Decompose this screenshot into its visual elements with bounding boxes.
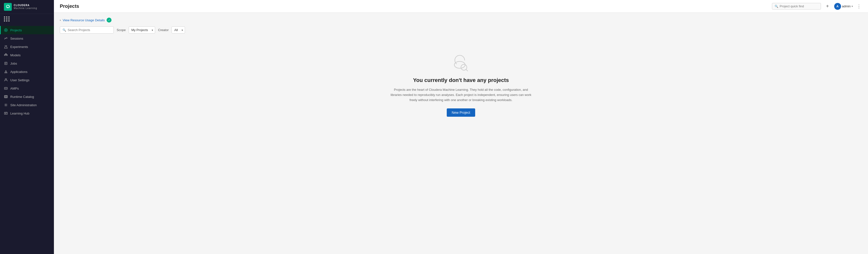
header-right: 🔍 + A admin ▾ ⋮ [772, 3, 862, 10]
project-search-input[interactable] [68, 28, 111, 32]
sidebar-item-projects-label: Projects [10, 28, 22, 32]
svg-rect-6 [5, 53, 6, 55]
svg-marker-13 [5, 70, 7, 73]
header-search-box[interactable]: 🔍 [772, 3, 821, 9]
user-chevron-icon: ▾ [851, 5, 853, 8]
svg-point-2 [5, 30, 7, 31]
filters-bar: 🔍 Scope My Projects All Projects Creator… [60, 27, 862, 34]
kebab-menu-button[interactable]: ⋮ [856, 3, 862, 10]
sidebar-item-learning-hub[interactable]: Learning Hub [0, 109, 54, 117]
sidebar-item-site-administration[interactable]: Site Administration [0, 101, 54, 109]
project-search-icon: 🔍 [62, 28, 66, 32]
sidebar-item-sessions[interactable]: Sessions [0, 34, 54, 43]
user-avatar: A [834, 3, 841, 10]
svg-point-0 [7, 7, 8, 8]
sidebar-item-amps-label: AMPs [10, 86, 19, 90]
empty-state-description: Projects are the heart of Cloudera Machi… [390, 87, 532, 103]
empty-state-icon [451, 54, 471, 72]
sidebar-item-models-label: Models [10, 53, 21, 57]
sidebar-item-experiments-label: Experiments [10, 45, 28, 49]
main-content: › View Resource Usage Details ✓ 🔍 Scope … [54, 13, 868, 254]
sidebar-item-jobs-label: Jobs [10, 62, 17, 65]
logo-text: CLOUDERA Machine Learning [14, 4, 37, 10]
empty-state: You currently don't have any projects Pr… [60, 39, 862, 132]
user-label: admin [842, 4, 850, 8]
sidebar-item-sessions-label: Sessions [10, 37, 23, 40]
creator-label: Creator [158, 28, 168, 32]
cloudera-logo-icon [4, 3, 12, 11]
creator-select-wrapper: All [172, 27, 185, 34]
new-project-button[interactable]: New Project [447, 108, 475, 117]
status-check-icon: ✓ [106, 17, 112, 23]
sidebar-item-jobs[interactable]: Jobs [0, 59, 54, 68]
sidebar-item-applications-label: Applications [10, 70, 27, 74]
svg-point-24 [5, 105, 6, 105]
header-search-icon: 🔍 [775, 5, 778, 8]
sidebar-nav: Projects Sessions Experiments Models Job… [0, 24, 54, 254]
sidebar-item-models[interactable]: Models [0, 51, 54, 59]
add-button[interactable]: + [824, 3, 831, 10]
logo-top: CLOUDERA [14, 4, 37, 7]
resource-chevron-icon: › [60, 19, 61, 22]
sidebar-item-experiments[interactable]: Experiments [0, 43, 54, 51]
svg-point-15 [5, 78, 7, 80]
header-search-input[interactable] [780, 4, 818, 8]
user-menu[interactable]: A admin ▾ [834, 3, 853, 10]
page-header: Projects 🔍 + A admin ▾ ⋮ [54, 0, 868, 13]
main-area: Projects 🔍 + A admin ▾ ⋮ › View Resource… [54, 0, 868, 254]
sidebar-item-site-administration-label: Site Administration [10, 103, 37, 107]
scope-select-wrapper: My Projects All Projects [129, 27, 155, 34]
sidebar-item-learning-hub-label: Learning Hub [10, 112, 29, 115]
sidebar-item-amps[interactable]: AMPs [0, 84, 54, 93]
scope-label: Scope [117, 28, 126, 32]
apps-grid-button[interactable] [0, 14, 54, 24]
sidebar-item-runtime-catalog-label: Runtime Catalog [10, 95, 34, 99]
logo-bottom: Machine Learning [14, 7, 37, 10]
sidebar-logo: CLOUDERA Machine Learning [0, 0, 54, 14]
resource-bar: › View Resource Usage Details ✓ [60, 17, 862, 23]
empty-state-title: You currently don't have any projects [413, 77, 509, 83]
sidebar-item-user-settings[interactable]: User Settings [0, 76, 54, 84]
scope-select[interactable]: My Projects All Projects [129, 27, 155, 34]
sidebar-item-runtime-catalog[interactable]: Runtime Catalog [0, 93, 54, 101]
resource-usage-link[interactable]: View Resource Usage Details [63, 19, 105, 22]
svg-point-27 [454, 62, 465, 68]
page-title: Projects [60, 3, 79, 9]
svg-line-29 [466, 69, 468, 71]
sidebar-item-applications[interactable]: Applications [0, 68, 54, 76]
sidebar: CLOUDERA Machine Learning Projects Sessi… [0, 0, 54, 254]
project-search-box[interactable]: 🔍 [60, 27, 114, 34]
sidebar-item-projects[interactable]: Projects [0, 26, 54, 34]
creator-select[interactable]: All [172, 27, 185, 34]
sidebar-item-user-settings-label: User Settings [10, 78, 29, 82]
